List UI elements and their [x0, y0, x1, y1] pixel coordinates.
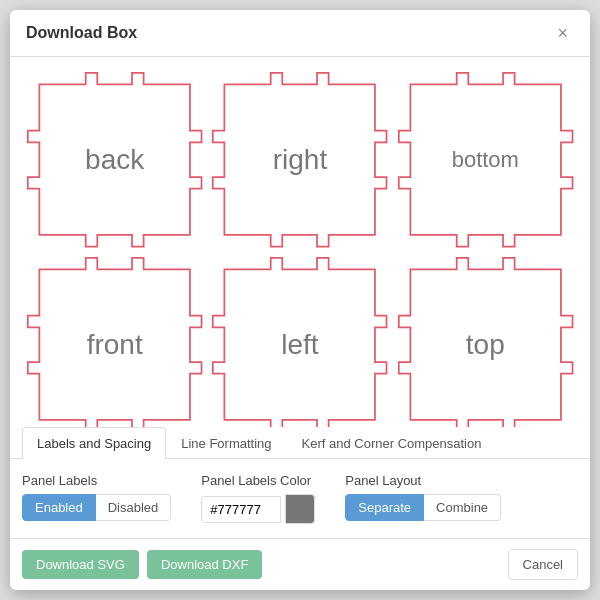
close-button[interactable]: × — [551, 22, 574, 44]
tabs-row: Labels and Spacing Line Formatting Kerf … — [10, 427, 590, 459]
panel-layout-separate-button[interactable]: Separate — [345, 494, 424, 521]
cancel-button[interactable]: Cancel — [508, 549, 578, 580]
tab-content: Panel Labels Enabled Disabled Panel Labe… — [10, 459, 590, 538]
download-dxf-button[interactable]: Download DXF — [147, 550, 262, 579]
panel-labels-group: Panel Labels Enabled Disabled — [22, 473, 171, 521]
panel-grid: back right bottom — [22, 67, 578, 427]
box-preview: back right bottom — [10, 57, 590, 427]
panel-labels-disabled-button[interactable]: Disabled — [96, 494, 172, 521]
panel-cell-back: back — [22, 67, 207, 252]
panel-shape-bottom — [393, 67, 578, 252]
panel-labels-enabled-button[interactable]: Enabled — [22, 494, 96, 521]
panel-layout-heading: Panel Layout — [345, 473, 501, 488]
panel-cell-right: right — [207, 67, 392, 252]
panel-labels-color-group: Panel Labels Color — [201, 473, 315, 524]
tab-labels-spacing[interactable]: Labels and Spacing — [22, 427, 166, 459]
dialog-footer: Download SVG Download DXF Cancel — [10, 538, 590, 590]
color-input-row — [201, 494, 315, 524]
dialog-header: Download Box × — [10, 10, 590, 57]
panel-cell-front: front — [22, 252, 207, 427]
panel-cell-top: top — [393, 252, 578, 427]
panel-shape-front — [22, 252, 207, 427]
panel-labels-heading: Panel Labels — [22, 473, 171, 488]
dialog-title: Download Box — [26, 24, 137, 42]
panel-shape-left — [207, 252, 392, 427]
download-svg-button[interactable]: Download SVG — [22, 550, 139, 579]
panel-shape-right — [207, 67, 392, 252]
panel-labels-toggle: Enabled Disabled — [22, 494, 171, 521]
tab-line-formatting[interactable]: Line Formatting — [166, 427, 286, 459]
panel-labels-color-heading: Panel Labels Color — [201, 473, 315, 488]
panel-shape-top — [393, 252, 578, 427]
color-swatch[interactable] — [285, 494, 315, 524]
panel-layout-group: Panel Layout Separate Combine — [345, 473, 501, 521]
panel-cell-left: left — [207, 252, 392, 427]
color-text-input[interactable] — [201, 496, 281, 523]
panel-layout-combine-button[interactable]: Combine — [424, 494, 501, 521]
panel-shape-back — [22, 67, 207, 252]
download-dialog: Download Box × back — [10, 10, 590, 590]
options-row: Panel Labels Enabled Disabled Panel Labe… — [22, 473, 578, 524]
panel-cell-bottom: bottom — [393, 67, 578, 252]
panel-layout-toggle: Separate Combine — [345, 494, 501, 521]
tab-kerf-corner[interactable]: Kerf and Corner Compensation — [287, 427, 497, 459]
